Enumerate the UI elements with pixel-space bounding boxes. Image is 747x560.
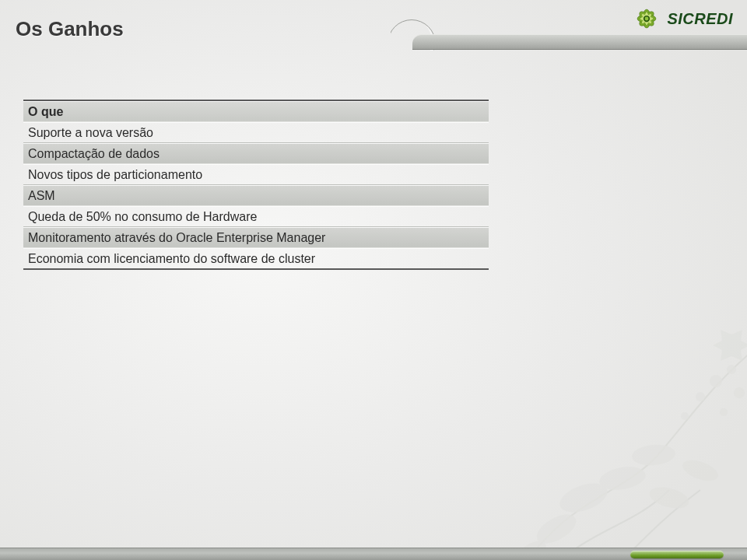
table-cell: Compactação de dados [28,147,160,161]
table-header-cell: O que [28,105,63,119]
table-cell: Suporte a nova versão [28,126,153,140]
table-cell: Novos tipos de particionamento [28,168,202,182]
table-row: Queda de 50% no consumo de Hardware [23,206,489,226]
table-cell: Monitoramento através do Oracle Enterpri… [28,231,325,245]
brand-logo: SICREDI [633,5,733,33]
table-row: ASM [23,185,489,205]
table-row: Economia com licenciamento do software d… [23,248,489,268]
table-header-row: O que [23,101,489,121]
table-cell: Economia com licenciamento do software d… [28,252,315,266]
table-row: Compactação de dados [23,143,489,163]
table-cell: Queda de 50% no consumo de Hardware [28,210,257,224]
table-row: Monitoramento através do Oracle Enterpri… [23,227,489,247]
background-gradient [0,0,747,560]
content-table: O que Suporte a nova versão Compactação … [23,100,489,270]
slide-title: Os Ganhos [16,17,124,41]
table-row: Suporte a nova versão [23,122,489,142]
logo-mark-icon [633,5,661,33]
table-row: Novos tipos de particionamento [23,164,489,184]
table-cell: ASM [28,189,55,203]
svg-point-22 [645,17,649,21]
footer-bar [0,548,747,560]
brand-name: SICREDI [667,10,733,28]
